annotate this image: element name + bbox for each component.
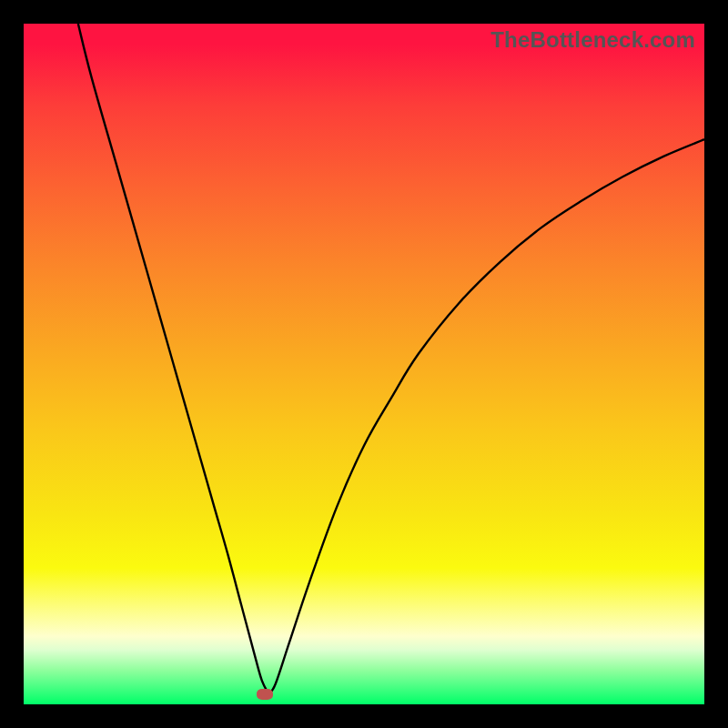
chart-frame: TheBottleneck.com: [24, 24, 704, 704]
bottleneck-curve: [24, 24, 704, 704]
attribution-label: TheBottleneck.com: [490, 27, 695, 53]
curve-left: [78, 24, 268, 694]
optimum-marker: [257, 689, 273, 700]
curve-right: [268, 139, 704, 694]
